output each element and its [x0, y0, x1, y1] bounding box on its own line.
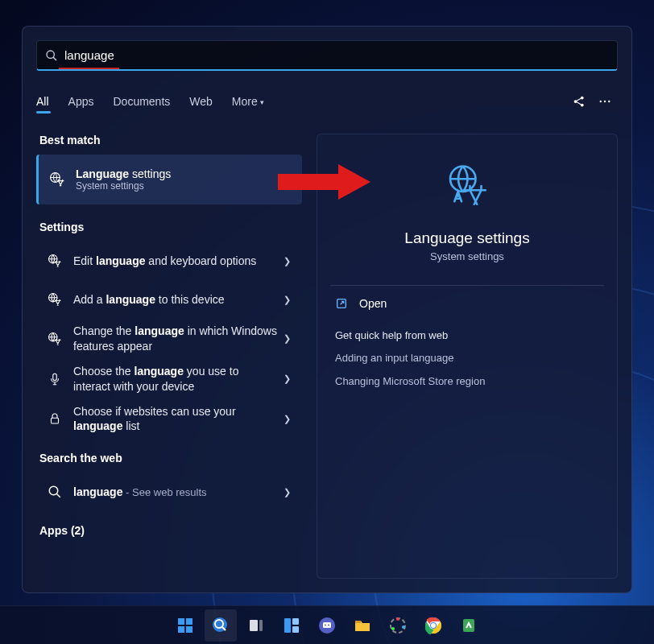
svg-rect-13 — [52, 419, 59, 424]
preview-subtitle: System settings — [430, 250, 504, 262]
svg-point-5 — [600, 101, 602, 102]
microphone-icon — [36, 372, 73, 386]
svg-rect-29 — [284, 618, 291, 633]
globe-icon — [36, 254, 73, 268]
svg-rect-36 — [355, 621, 361, 623]
svg-rect-28 — [259, 620, 263, 631]
lock-icon — [36, 411, 73, 426]
open-icon — [335, 297, 348, 310]
svg-point-43 — [431, 623, 436, 628]
search-icon — [36, 485, 73, 499]
setting-choose-language[interactable]: Choose the language you use to interact … — [36, 359, 302, 399]
file-explorer-button[interactable] — [346, 609, 379, 642]
setting-add-language[interactable]: Add a language to this device ❯ — [36, 280, 302, 319]
svg-rect-30 — [292, 618, 299, 625]
setting-website-language[interactable]: Choose if websites can use your language… — [36, 399, 302, 440]
annotation-underline — [59, 68, 119, 69]
globe-language-icon — [39, 171, 76, 188]
section-best-match: Best match — [39, 134, 302, 147]
section-search-web: Search the web — [39, 452, 302, 464]
svg-point-35 — [328, 624, 329, 625]
app-button-1[interactable] — [382, 609, 414, 642]
chevron-right-icon: ❯ — [279, 256, 296, 266]
start-button[interactable] — [169, 609, 201, 642]
best-match-title: Language settings — [76, 167, 171, 180]
svg-point-3 — [581, 97, 584, 100]
chevron-right-icon: ❯ — [279, 333, 296, 344]
svg-rect-27 — [250, 620, 258, 631]
svg-point-14 — [49, 487, 58, 496]
section-settings: Settings — [39, 221, 302, 233]
tab-more[interactable]: More▾ — [232, 95, 264, 108]
open-action[interactable]: Open — [317, 286, 617, 321]
svg-point-0 — [47, 51, 54, 58]
svg-rect-22 — [178, 626, 184, 633]
preview-title: Language settings — [404, 229, 529, 247]
share-icon[interactable] — [566, 89, 592, 114]
svg-line-15 — [56, 494, 60, 498]
results-list: Best match Language settings System sett… — [36, 134, 310, 579]
setting-edit-language[interactable]: Edit language and keyboard options ❯ — [36, 242, 302, 280]
chrome-button[interactable] — [417, 609, 449, 642]
chat-button[interactable] — [311, 609, 343, 642]
quick-help-header: Get quick help from web — [317, 321, 617, 346]
chevron-right-icon: ❯ — [279, 487, 296, 497]
svg-rect-44 — [463, 619, 474, 632]
section-apps[interactable]: Apps (2) — [39, 524, 302, 537]
svg-point-40 — [391, 627, 395, 630]
tab-web[interactable]: Web — [189, 95, 213, 108]
svg-rect-31 — [292, 626, 299, 633]
search-box[interactable] — [36, 40, 618, 71]
taskbar — [0, 605, 654, 644]
svg-point-6 — [604, 101, 606, 102]
setting-change-language[interactable]: Change the language in which Windows fea… — [36, 319, 302, 359]
svg-point-39 — [402, 625, 405, 629]
svg-rect-23 — [186, 626, 192, 633]
svg-point-34 — [325, 624, 326, 625]
svg-line-1 — [53, 57, 56, 60]
chevron-right-icon: ❯ — [279, 374, 296, 384]
search-input[interactable] — [64, 48, 609, 62]
language-hero-icon — [445, 163, 490, 212]
start-search-panel: All Apps Documents Web More▾ Best match … — [22, 26, 632, 593]
preview-pane: Language settings System settings Open G… — [317, 134, 618, 579]
best-match-result[interactable]: Language settings System settings — [36, 155, 302, 204]
svg-point-38 — [396, 617, 399, 621]
svg-rect-20 — [178, 618, 184, 625]
search-icon — [45, 49, 58, 62]
svg-rect-33 — [323, 622, 331, 628]
task-view-button[interactable] — [240, 609, 272, 642]
chevron-right-icon: ❯ — [279, 414, 296, 424]
app-button-2[interactable] — [453, 609, 485, 642]
tab-documents[interactable]: Documents — [113, 95, 170, 108]
best-match-subtitle: System settings — [76, 180, 171, 192]
web-result[interactable]: language - See web results ❯ — [36, 473, 302, 511]
svg-rect-21 — [186, 618, 192, 625]
more-options-icon[interactable] — [592, 89, 618, 114]
widgets-button[interactable] — [275, 609, 308, 642]
search-button[interactable] — [205, 609, 237, 642]
filter-tabs: All Apps Documents Web More▾ — [36, 89, 618, 114]
tab-all[interactable]: All — [36, 95, 49, 108]
chevron-right-icon: ❯ — [279, 295, 296, 305]
svg-point-2 — [574, 100, 577, 103]
globe-icon — [36, 292, 73, 307]
svg-point-7 — [608, 101, 610, 102]
quick-link-input-language[interactable]: Adding an input language — [317, 346, 617, 369]
quick-link-store-region[interactable]: Changing Microsoft Store region — [317, 369, 617, 393]
globe-icon — [36, 332, 73, 346]
svg-point-4 — [581, 104, 584, 107]
tab-apps[interactable]: Apps — [68, 95, 94, 108]
svg-rect-12 — [53, 374, 57, 380]
